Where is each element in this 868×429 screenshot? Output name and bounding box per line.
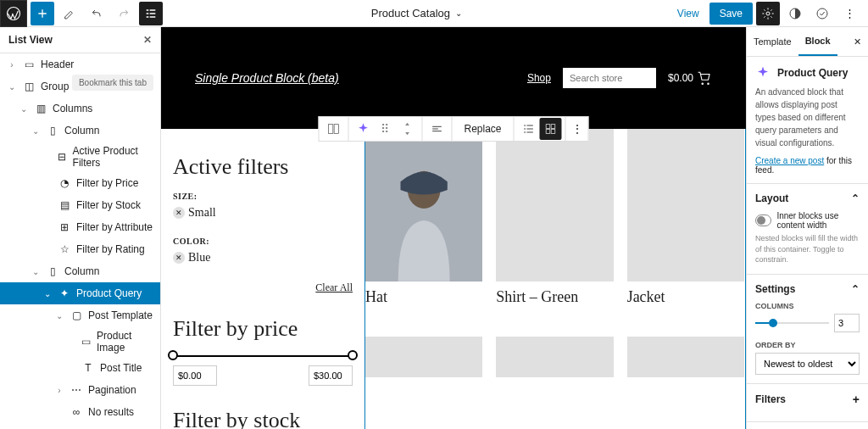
product-card[interactable] <box>496 337 613 384</box>
undo-icon <box>90 7 103 20</box>
tree-item-column[interactable]: ⌄▯Column <box>0 260 160 282</box>
clear-all-link[interactable]: Clear All <box>173 281 353 294</box>
tree-item-filter-by-rating[interactable]: ☆Filter by Rating <box>0 238 160 260</box>
product-card[interactable]: Jacket <box>627 129 744 323</box>
store-search-input[interactable] <box>563 68 656 88</box>
columns-icon: ▥ <box>34 102 47 115</box>
toolbar-grid-button[interactable] <box>540 118 562 140</box>
list-icon <box>144 7 158 20</box>
product-card[interactable]: Shirt – Green <box>496 129 613 323</box>
svg-rect-4 <box>328 125 332 134</box>
tree-item-product-image[interactable]: ▭Product Image <box>0 326 160 357</box>
filters-heading-section: Filters+ <box>747 384 868 422</box>
undo-button[interactable] <box>85 2 108 25</box>
plus-icon[interactable]: + <box>853 393 860 406</box>
product-card[interactable] <box>365 337 482 384</box>
tree-item-no-results[interactable]: ∞No results <box>0 401 160 423</box>
toolbar-drag-button[interactable]: ⠿ <box>374 118 396 140</box>
product-card[interactable] <box>627 337 744 384</box>
store-title[interactable]: Single Product Block (beta) <box>195 71 339 85</box>
product-title: Hat <box>365 288 482 306</box>
move-icon <box>402 122 412 136</box>
tree-item-post-template[interactable]: ⌄▢Post Template <box>0 304 160 326</box>
tree-item-footer[interactable]: ›▭Footer <box>0 423 160 429</box>
view-link[interactable]: View <box>670 8 706 20</box>
tree-item-pagination[interactable]: ›⋯Pagination <box>0 379 160 401</box>
tree-item-filter-by-price[interactable]: ◔Filter by Price <box>0 172 160 194</box>
header-icon: ▭ <box>22 58 36 71</box>
settings-section: Settings⌃ COLUMNS ORDER BY Newest to old… <box>747 275 868 384</box>
more-button[interactable]: ⋮ <box>837 2 861 25</box>
settings-button[interactable] <box>756 2 780 25</box>
toolbar-move-button[interactable] <box>396 118 418 140</box>
product-card[interactable]: Hat <box>365 129 482 323</box>
tree-item-filter-by-attribute[interactable]: ⊞Filter by Attribute <box>0 216 160 238</box>
product-filters-section: Product filters⋮ PICK A PRODUCT Separate… <box>747 422 868 429</box>
tree-item-active-product-filters[interactable]: ⊟Active Product Filters <box>0 142 160 172</box>
create-post-link[interactable]: Create a new post <box>755 156 824 165</box>
tree-item-product-query[interactable]: ⌄✦Product Query <box>0 282 160 304</box>
redo-button[interactable] <box>112 2 136 25</box>
svg-rect-5 <box>334 125 338 134</box>
chevron-up-icon[interactable]: ⌃ <box>851 192 860 204</box>
close-list-view[interactable]: ✕ <box>143 34 152 46</box>
list-view-toggle[interactable] <box>139 2 163 25</box>
tree-item-filter-by-stock[interactable]: ▤Filter by Stock <box>0 194 160 216</box>
tree-item-label: Filter by Rating <box>76 243 145 255</box>
edit-button[interactable] <box>58 2 81 25</box>
wordpress-icon <box>6 6 21 21</box>
columns-slider[interactable] <box>755 322 829 324</box>
layout-toggle-row[interactable]: Inner blocks use content width <box>755 211 860 230</box>
size-chip[interactable]: ✕Small <box>173 206 216 220</box>
price-slider-max-handle[interactable] <box>348 350 358 360</box>
columns-slider-row[interactable] <box>755 314 860 332</box>
tab-block[interactable]: Block <box>798 27 837 56</box>
tree-item-columns[interactable]: ⌄▥Columns <box>0 98 160 120</box>
toolbar-query-button[interactable] <box>352 118 374 140</box>
price-min-input[interactable] <box>173 365 217 386</box>
tree-item-label: Column <box>64 265 99 277</box>
tab-template[interactable]: Template <box>747 28 798 55</box>
price-slider-min-handle[interactable] <box>168 350 178 360</box>
product-grid[interactable]: HatShirt – GreenJacket <box>364 129 746 429</box>
tree-item-column[interactable]: ⌄▯Column <box>0 120 160 142</box>
tree-item-label: Columns <box>53 103 92 114</box>
tree-item-header[interactable]: ›▭Header <box>0 53 160 75</box>
close-inspector[interactable]: ✕ <box>847 36 868 47</box>
columns-input[interactable] <box>834 314 860 332</box>
block-name-row: Product Query <box>755 65 860 81</box>
status-button[interactable] <box>810 2 834 25</box>
block-info-section: Product Query An advanced block that all… <box>747 57 868 184</box>
orderby-select[interactable]: Newest to oldest <box>755 353 860 375</box>
toolbar-more-button[interactable]: ⋮ <box>566 118 588 140</box>
tree-item-post-title[interactable]: TPost Title <box>0 357 160 379</box>
topbar-left <box>0 0 163 27</box>
add-block-button[interactable] <box>31 2 54 25</box>
wp-logo[interactable] <box>0 0 27 27</box>
toggle-icon <box>755 214 771 226</box>
price-max-input[interactable] <box>309 365 353 386</box>
toolbar-parent-button[interactable] <box>322 118 344 140</box>
editor-canvas[interactable]: Single Product Block (beta) Shop $0.00 ⠿ <box>161 27 746 429</box>
align-icon <box>430 122 443 136</box>
chevron-icon: ⌄ <box>7 82 17 92</box>
toolbar-replace-button[interactable]: Replace <box>455 123 509 135</box>
cart[interactable]: $0.00 <box>668 70 712 86</box>
tree-item-label: No results <box>88 406 134 418</box>
styles-button[interactable] <box>783 2 807 25</box>
column-icon <box>326 122 340 136</box>
price-icon: ◔ <box>58 176 71 190</box>
svg-rect-8 <box>546 130 550 134</box>
toolbar-align-button[interactable] <box>426 118 448 140</box>
store-nav: Shop $0.00 <box>527 68 712 88</box>
toolbar-list-button[interactable] <box>518 118 540 140</box>
tree-item-label: Filter by Attribute <box>76 221 153 233</box>
price-slider[interactable] <box>173 355 353 357</box>
color-chip[interactable]: ✕Blue <box>173 251 210 265</box>
chevron-up-icon[interactable]: ⌃ <box>851 283 860 295</box>
shop-link[interactable]: Shop <box>527 72 551 84</box>
cart-total: $0.00 <box>668 72 693 84</box>
topbar-center[interactable]: Product Catalog ⌄ <box>163 7 670 20</box>
template-icon: ▢ <box>70 309 83 322</box>
save-button[interactable]: Save <box>709 3 753 25</box>
